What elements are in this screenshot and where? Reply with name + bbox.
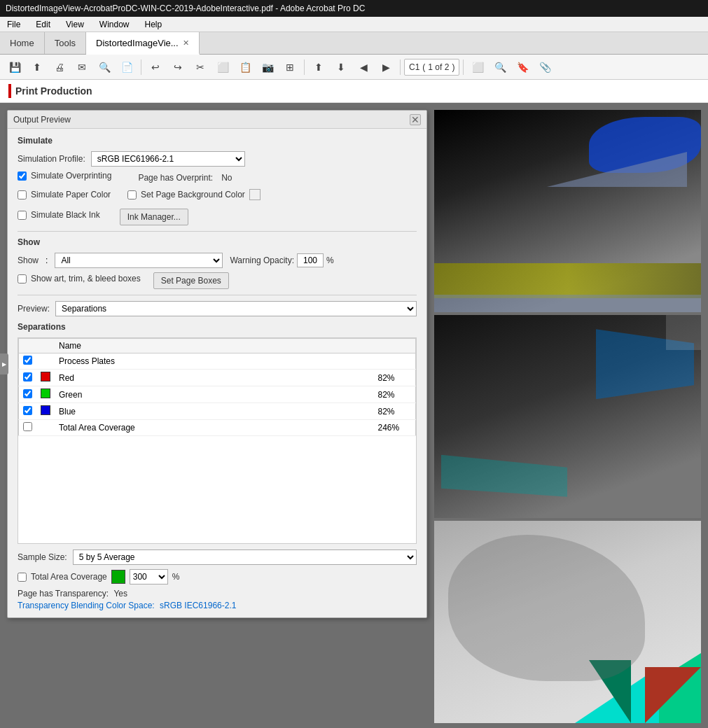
attach-button[interactable]: 📎 — [534, 57, 555, 77]
tab-tools[interactable]: Tools — [45, 32, 86, 54]
row-4-name: Total Area Coverage — [55, 420, 374, 436]
simulate-black-ink-checkbox-row: Simulate Black Ink — [18, 210, 100, 220]
tab-home[interactable]: Home — [0, 32, 45, 54]
preview-row: Preview: Separations — [18, 301, 417, 316]
page-has-overprint-label: Page has Overprint: — [138, 173, 213, 183]
tab-document[interactable]: DistortedImageVie... ✕ — [86, 32, 200, 55]
dialog-title: Output Preview — [13, 115, 71, 125]
page-count: ( — [422, 62, 425, 72]
simulation-profile-row: Simulation Profile: sRGB IEC61966-2.1 — [18, 151, 417, 167]
row-4-color-cell — [36, 420, 55, 436]
page-indicator: C1 ( 1 of 2 ) — [404, 59, 459, 76]
warning-opacity-input[interactable] — [297, 253, 324, 267]
simulation-profile-select[interactable]: sRGB IEC61966-2.1 — [91, 151, 245, 167]
undo-button[interactable]: ↩ — [145, 57, 166, 77]
main-content: Output Preview ✕ Simulate Simulation Pro… — [0, 103, 708, 728]
row-1-checkbox[interactable] — [23, 372, 32, 382]
menu-edit[interactable]: Edit — [33, 18, 53, 31]
col-checkbox — [19, 339, 37, 354]
row-2-checkbox[interactable] — [23, 389, 32, 398]
transparency-blending-value: sRGB IEC61966-2.1 — [160, 601, 236, 610]
separator-4 — [463, 59, 464, 75]
row-4-pct: 246% — [374, 420, 416, 436]
simulate-paper-color-label: Simulate Paper Color — [31, 190, 111, 200]
expand-handle[interactable]: ▶ — [0, 354, 8, 374]
coverage-row: Total Area Coverage 300 % — [18, 569, 417, 584]
snapshot-button[interactable]: 📷 — [257, 57, 278, 77]
transparency-blending-row: Transparency Blending Color Space: sRGB … — [18, 601, 417, 610]
show-section-label: Show — [18, 237, 417, 247]
search-button[interactable]: 🔍 — [94, 57, 115, 77]
title-text: DistortedImageView-AcrobatProDC-WIN-CC-2… — [6, 4, 365, 13]
overprinting-row: Simulate Overprinting Page has Overprint… — [18, 171, 417, 185]
menu-help[interactable]: Help — [142, 18, 165, 31]
menu-window[interactable]: Window — [97, 18, 132, 31]
set-page-bg-color-checkbox[interactable] — [127, 190, 137, 200]
simulate-black-ink-checkbox[interactable] — [18, 211, 27, 220]
simulate-overprinting-checkbox[interactable] — [18, 172, 27, 181]
scroll-down-button[interactable]: ⬇ — [331, 57, 352, 77]
coverage-value-select[interactable]: 300 — [130, 569, 168, 584]
divider-2 — [18, 295, 417, 295]
paste-button[interactable]: 📋 — [235, 57, 256, 77]
sample-size-select[interactable]: 5 by 5 Average — [73, 550, 417, 565]
row-3-color-cell — [36, 403, 55, 420]
pages-button[interactable]: ⊞ — [279, 57, 300, 77]
simulate-overprinting-label: Simulate Overprinting — [31, 171, 111, 181]
set-page-boxes-button[interactable]: Set Page Boxes — [153, 272, 229, 289]
dialog-titlebar: Output Preview ✕ — [8, 111, 426, 129]
preview-select[interactable]: Separations — [55, 301, 417, 316]
row-1-color-cell — [36, 370, 55, 386]
cut-button[interactable]: ✂ — [190, 57, 211, 77]
row-2-pct: 82% — [374, 386, 416, 403]
row-3-checkbox[interactable] — [23, 406, 32, 415]
tab-document-label: DistortedImageVie... — [96, 38, 179, 48]
zoom-button[interactable]: 🔍 — [490, 57, 511, 77]
warning-opacity-label: Warning Opacity: — [230, 255, 294, 265]
page-transparency-row: Page has Transparency: Yes — [18, 589, 417, 598]
ink-manager-button[interactable]: Ink Manager... — [120, 209, 188, 225]
row-1-name: Red — [55, 370, 374, 386]
row-0-checkbox[interactable] — [23, 356, 32, 365]
redo-button[interactable]: ↪ — [167, 57, 188, 77]
menu-view[interactable]: View — [63, 18, 87, 31]
transparency-blending-label: Transparency Blending Color Space: — [18, 601, 155, 610]
copy-button[interactable]: ⬜ — [212, 57, 233, 77]
separations-table: Name Process Plates — [18, 338, 416, 436]
show-art-trim-checkbox[interactable] — [18, 274, 27, 284]
mail-button[interactable]: ✉ — [71, 57, 92, 77]
bookmarks-button[interactable]: 🔖 — [512, 57, 533, 77]
prev-page-button[interactable]: ◀ — [353, 57, 374, 77]
scan-button[interactable]: 📄 — [116, 57, 137, 77]
tab-home-label: Home — [10, 38, 34, 48]
next-page-button[interactable]: ▶ — [375, 57, 396, 77]
coverage-unit: % — [172, 572, 180, 582]
row-4-checkbox[interactable] — [23, 422, 32, 431]
tab-bar: Home Tools DistortedImageVie... ✕ — [0, 32, 708, 55]
table-row: Total Area Coverage 246% — [19, 420, 416, 436]
total-area-coverage-checkbox[interactable] — [18, 573, 27, 582]
simulate-paper-color-checkbox[interactable] — [18, 190, 27, 200]
menu-file[interactable]: File — [4, 18, 23, 31]
show-label: Show — [18, 255, 39, 265]
row-1-checkbox-cell — [19, 370, 37, 386]
dialog-close-button[interactable]: ✕ — [410, 114, 421, 125]
scroll-up-button[interactable]: ⬆ — [308, 57, 329, 77]
upload-button[interactable]: ⬆ — [27, 57, 48, 77]
coverage-color-swatch[interactable] — [111, 570, 125, 584]
dialog-content: Simulate Simulation Profile: sRGB IEC619… — [8, 129, 426, 617]
preview-image-top — [434, 110, 701, 312]
red-bar-icon — [8, 84, 11, 98]
title-bar: DistortedImageView-AcrobatProDC-WIN-CC-2… — [0, 0, 708, 17]
page-bg-color-swatch[interactable] — [249, 189, 261, 200]
save-button[interactable]: 💾 — [4, 57, 25, 77]
show-select[interactable]: All — [55, 253, 223, 268]
row-0-name: Process Plates — [55, 354, 374, 370]
tab-close-icon[interactable]: ✕ — [183, 38, 189, 48]
crop-button[interactable]: ⬜ — [467, 57, 488, 77]
print-button[interactable]: 🖨 — [49, 57, 70, 77]
row-2-checkbox-cell — [19, 386, 37, 403]
page-label: C1 — [409, 62, 419, 72]
preview-label: Preview: — [18, 304, 50, 314]
simulate-overprinting-checkbox-row: Simulate Overprinting — [18, 171, 111, 181]
